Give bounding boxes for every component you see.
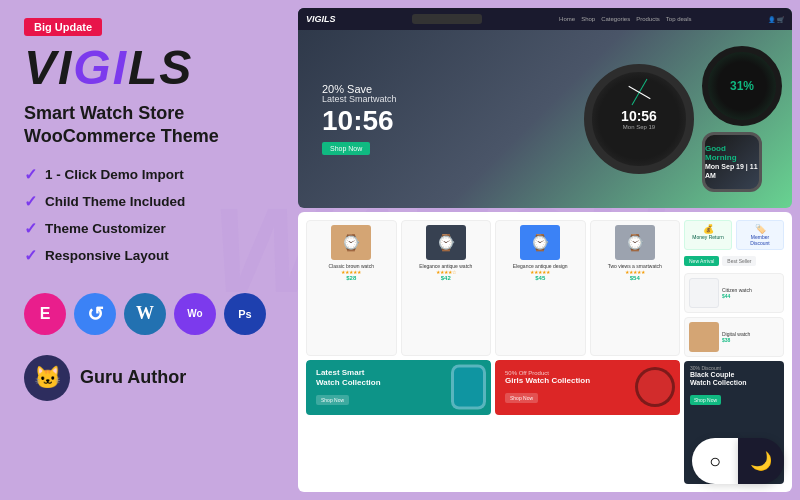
banner-teal-watch [451,365,486,410]
dark-mode-toggle[interactable]: ○ 🌙 [692,438,784,484]
nav-link-shop: Shop [581,16,595,22]
feature-child-theme: ✓ Child Theme Included [24,192,266,211]
elementor-icon: E [24,293,66,335]
hero-content: 20% Save Latest Smartwatch 10:56 Shop No… [314,75,405,163]
product-img-3: ⌚ [520,225,560,260]
logo-highlight: GI [73,41,128,94]
product-price-3: $45 [535,275,545,281]
toggle-dark-button[interactable]: 🌙 [738,438,784,484]
watch-date: Mon Sep 19 [623,124,655,130]
feature-responsive: ✓ Responsive Layout [24,246,266,265]
banner-teal-card: Latest SmartWatch Collection Shop Now [306,360,491,415]
watch-time-display: 10:56 [621,108,657,124]
side-product-1: Citizen watch $44 [684,273,784,313]
watch-smart: Good MorningMon Sep 19 | 11 AM [702,132,762,192]
hero-mockup: VIGILS Home Shop Categories Products Top… [298,8,792,208]
mockup-nav: VIGILS Home Shop Categories Products Top… [298,8,792,30]
check-icon-3: ✓ [24,219,37,238]
watch-pct: 31% [730,79,754,93]
feature-badges: 💰 Money Return 🏷️ Member Discount [684,220,784,250]
watch-secondary: 31% [702,46,782,126]
customizer-icon: ↺ [74,293,116,335]
banner-teal-content: Latest SmartWatch Collection Shop Now [316,368,381,405]
subtitle-line2: WooCommerce Theme [24,126,219,146]
subtitle: Smart Watch Store WooCommerce Theme [24,102,266,149]
banner-red-card: 50% Off Product Girls Watch Collection S… [495,360,680,415]
toggle-light-button[interactable]: ○ [692,438,738,484]
side-product-2: Digital watch $38 [684,317,784,357]
banner-teal-cta[interactable]: Shop Now [316,395,349,405]
banner-red-content: 50% Off Product Girls Watch Collection S… [505,370,590,404]
check-icon-4: ✓ [24,246,37,265]
hero-watches: 10:56 Mon Sep 19 31% Good MorningMon Sep… [584,30,782,208]
filter-best-seller[interactable]: Best Seller [722,256,756,266]
hero-time: 10:56 [322,105,397,137]
filter-tabs: New Arrival Best Seller [684,256,784,266]
logo: VIGILS [24,44,266,92]
right-panel: VIGILS Home Shop Categories Products Top… [290,0,800,500]
product-price-2: $42 [441,275,451,281]
side-product-price-2: $38 [722,337,779,343]
banner-red-discount: 50% Off Product [505,370,590,376]
tech-icons-row: E ↺ W Wo Ps [24,293,266,335]
hero-cta[interactable]: Shop Now [322,142,370,155]
check-icon-1: ✓ [24,165,37,184]
nav-link-topdeals: Top deals [666,16,692,22]
guru-author: 🐱 Guru Author [24,355,266,401]
side-product-info-1: Citizen watch $44 [722,287,779,299]
product-card-3: ⌚ Elegance antique design ★★★★★ $45 [495,220,586,356]
banner-dark-cta[interactable]: Shop Now [690,395,721,405]
banner-red-cta[interactable]: Shop Now [505,393,538,403]
nav-link-products: Products [636,16,660,22]
product-img-4: ⌚ [615,225,655,260]
mockup-search-bar [412,14,482,24]
feature-demo-import: ✓ 1 - Click Demo Import [24,165,266,184]
banner-red: 50% Off Product Girls Watch Collection S… [495,360,680,485]
guru-icon: 🐱 [34,365,61,391]
watch-mini-round-1 [635,367,675,407]
side-product-info-2: Digital watch $38 [722,331,779,343]
watch-smart-display: Good MorningMon Sep 19 | 11 AM [705,144,759,180]
product-img-2: ⌚ [426,225,466,260]
hero-subtitle: Latest Smartwatch [322,95,397,105]
nav-link-home: Home [559,16,575,22]
photoshop-icon: Ps [224,293,266,335]
banner-dark-text: Black CoupleWatch Collection [690,371,778,388]
left-panel: Big Update VIGILS Smart Watch Store WooC… [0,0,290,500]
nav-account: 👤 🛒 [768,16,784,23]
product-card-1: ⌚ Classic brown watch ★★★★★ $28 [306,220,397,356]
subtitle-line1: Smart Watch Store [24,103,184,123]
feature-customizer: ✓ Theme Customizer [24,219,266,238]
product-price-1: $28 [346,275,356,281]
features-list: ✓ 1 - Click Demo Import ✓ Child Theme In… [24,165,266,273]
hero-save: 20% Save Latest Smartwatch [322,83,397,105]
side-product-img-2 [689,322,719,352]
badge-money-return: 💰 Money Return [684,220,732,250]
mockup-nav-logo: VIGILS [306,14,336,24]
mockup-nav-links: Home Shop Categories Products Top deals [559,16,691,22]
product-grid: ⌚ Classic brown watch ★★★★★ $28 ⌚ Elegan… [306,220,680,484]
product-card-4: ⌚ Two views a smartwatch ★★★★★ $54 [590,220,681,356]
guru-label: Guru Author [80,367,186,388]
main-card: WATCH Big Update VIGILS Smart Watch Stor… [0,0,800,500]
filter-new-arrival[interactable]: New Arrival [684,256,719,266]
product-img-1: ⌚ [331,225,371,260]
banner-red-text: Girls Watch Collection [505,376,590,386]
nav-link-categories: Categories [601,16,630,22]
toggle-light-icon: ○ [709,450,721,473]
wordpress-icon: W [124,293,166,335]
product-price-4: $54 [630,275,640,281]
side-product-img-1 [689,278,719,308]
big-update-badge: Big Update [24,18,102,36]
guru-badge: 🐱 [24,355,70,401]
product-card-2: ⌚ Elegance antique watch ★★★★☆ $42 [401,220,492,356]
toggle-dark-icon: 🌙 [750,450,772,472]
banner-teal: Latest SmartWatch Collection Shop Now [306,360,491,485]
side-product-price-1: $44 [722,293,779,299]
check-icon-2: ✓ [24,192,37,211]
badge-member-discount: 🏷️ Member Discount [736,220,784,250]
watch-mini-1 [451,365,486,410]
watch-main: 10:56 Mon Sep 19 [584,64,694,174]
woo-icon: Wo [174,293,216,335]
banner-teal-text: Latest SmartWatch Collection [316,368,381,387]
